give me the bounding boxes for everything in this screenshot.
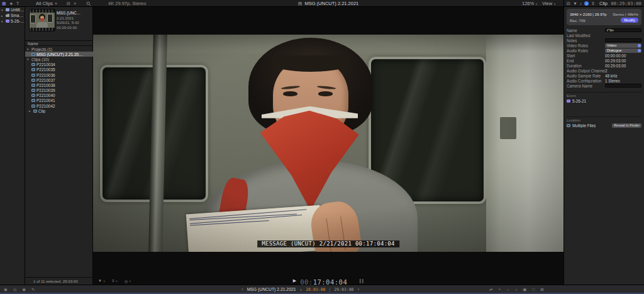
list-item[interactable]: P2210037 xyxy=(25,77,93,82)
list-item[interactable]: P2210036 xyxy=(25,72,93,77)
field-value[interactable]: 00:00:00:00 xyxy=(605,54,641,58)
clip-filter-dropdown[interactable]: All Clips × xyxy=(36,0,57,7)
user-outline-icon[interactable]: ◎ xyxy=(13,287,17,292)
field-label: Duration xyxy=(567,64,605,68)
view-dropdown[interactable]: View ∨ xyxy=(542,0,556,7)
loop-icon[interactable]: ∩ xyxy=(506,287,509,291)
sidebar-tab-group: ▦ ★ T xyxy=(2,0,19,7)
disclosure-triangle[interactable]: ▸ xyxy=(29,109,32,113)
sidebar-item[interactable]: ▾ 5-26-21 xyxy=(0,18,25,24)
library-item-icon xyxy=(6,14,9,17)
disclosure-triangle[interactable]: ▾ xyxy=(1,20,4,23)
sidebar-item[interactable]: ▾ Untitled xyxy=(0,7,25,13)
clear-filter-icon[interactable]: × xyxy=(55,0,57,7)
fullscreen-icon[interactable]: ⊠ xyxy=(540,287,543,292)
selected-clip-preview[interactable]: MSG (UNC… 2.21.2021 5/26/21, 5:42 00:29:… xyxy=(25,7,93,40)
field-value[interactable]: 48 kHz xyxy=(605,74,641,78)
event-row[interactable]: 5-26-21 xyxy=(567,98,641,104)
chevron-down-icon: ∨ xyxy=(103,280,105,283)
list-item[interactable]: ▾ Projects (1) xyxy=(25,47,93,52)
info-inspector: 3840 × 2160 | 29.97p Stereo | 48kHz Rec.… xyxy=(564,7,644,285)
field-value[interactable]: 00:29:03:00 xyxy=(605,64,641,68)
chevron-down-icon: ∨ xyxy=(535,2,538,6)
field-value[interactable]: 1 Stereo xyxy=(605,79,641,83)
list-item[interactable]: P2210039 xyxy=(25,88,93,93)
field-value[interactable]: Dialogue xyxy=(605,48,641,53)
inspector-clip-label: Clip xyxy=(599,1,608,6)
photos-audio-icon[interactable]: ★ xyxy=(9,0,13,7)
field-value[interactable]: Clip xyxy=(605,28,641,33)
field-value[interactable] xyxy=(605,84,641,88)
duration-popup[interactable]: ◎ ∨ xyxy=(125,279,131,283)
share-icon[interactable]: ⊼ xyxy=(591,0,594,7)
inspector-field-row: Last Modified xyxy=(567,33,641,38)
reveal-in-finder-button[interactable]: Reveal in Finder xyxy=(612,123,641,128)
list-item[interactable]: P2210038 xyxy=(25,82,93,88)
marker-icon[interactable]: ▼ xyxy=(573,0,577,7)
field-value[interactable]: 00:29:03:00 xyxy=(605,59,641,63)
audio-skim-icon[interactable]: ♪ xyxy=(515,287,517,291)
clip-icon xyxy=(31,105,35,108)
field-label: Audio Configuration xyxy=(567,79,605,83)
list-item[interactable]: P2210035 xyxy=(25,67,93,72)
zoom-level-dropdown[interactable]: 126% ∨ xyxy=(522,0,538,7)
field-value[interactable]: Video xyxy=(605,43,641,48)
audio-meters-icon[interactable] xyxy=(360,279,364,283)
list-view-icon[interactable]: ≡ xyxy=(74,0,76,7)
eye-left xyxy=(283,91,297,96)
disclosure-triangle[interactable]: ▾ xyxy=(27,47,30,51)
inspector-field-row: Audio Roles Dialogue xyxy=(567,48,641,53)
hair-fringe xyxy=(272,55,350,72)
sidebar-item[interactable]: ▸ Smart Coll… xyxy=(0,13,25,18)
filmstrip-view-icon[interactable]: ⊟ xyxy=(67,0,70,7)
location-section: Location Multiple Files Reveal in Finder xyxy=(567,116,641,128)
name-column-header[interactable]: Name xyxy=(25,40,93,46)
burned-in-timecode: MESSAGE (UNCUT) 2/21/2021 00:17:04:04 xyxy=(257,240,399,247)
field-value[interactable]: 2 xyxy=(605,69,641,73)
user-icon[interactable]: ◉ xyxy=(4,287,8,292)
list-item[interactable]: MSG (UNCUT) 2.21.20… xyxy=(25,52,93,57)
field-value[interactable] xyxy=(605,38,641,43)
disclosure-triangle[interactable]: ▸ xyxy=(1,14,4,18)
event-section: Event 5-26-21 xyxy=(567,92,641,104)
list-item[interactable]: P2210034 xyxy=(25,62,93,67)
edit-tool-icon[interactable]: ✎ xyxy=(31,287,35,292)
video-canvas[interactable]: MESSAGE (UNCUT) 2/21/2021 00:17:04:04 xyxy=(93,35,564,252)
chevron-down-icon[interactable]: ∨ xyxy=(299,288,302,291)
appearance-icon[interactable]: ▣ xyxy=(523,287,526,292)
audio-inspector-icon[interactable]: ♪ xyxy=(580,0,582,7)
libraries-icon[interactable]: ▦ xyxy=(2,0,6,7)
chevron-down-icon: ∨ xyxy=(116,280,118,283)
list-item[interactable]: ▾ Clips (10) xyxy=(25,57,93,62)
search-button[interactable] xyxy=(86,0,91,7)
inspector-field-row: Camera Name xyxy=(567,83,641,88)
back-icon[interactable]: ‹ xyxy=(242,286,243,292)
filmstrip-thumbnail[interactable] xyxy=(30,9,55,31)
skimming-icon[interactable]: ⇄ xyxy=(489,287,492,292)
titles-generators-icon[interactable]: T xyxy=(16,0,19,7)
list-item[interactable]: P2210042 xyxy=(25,103,93,108)
audio-format-info: Stereo | 48kHz xyxy=(613,12,638,16)
field-label: Audio Roles xyxy=(567,48,605,53)
snapping-icon[interactable]: + xyxy=(498,287,501,291)
field-label: Camera Name xyxy=(567,84,605,88)
forward-icon[interactable]: › xyxy=(357,286,359,292)
monitor-icon[interactable]: □ xyxy=(532,287,535,291)
timeline-project-name[interactable]: MSG (UNCUT) 2.21.2021 xyxy=(247,287,296,291)
play-button[interactable]: ▶ xyxy=(293,277,296,285)
zoom-level: 126% xyxy=(522,1,534,6)
list-item[interactable]: P2210041 xyxy=(25,98,93,103)
clip-name: P2210042 xyxy=(36,104,55,108)
list-item[interactable]: P2210040 xyxy=(25,93,93,98)
disclosure-triangle[interactable]: ▾ xyxy=(1,8,4,12)
filter-popup[interactable]: ▼ ∨ xyxy=(98,279,105,283)
info-inspector-icon[interactable]: i xyxy=(584,1,589,6)
disclosure-triangle[interactable]: ▾ xyxy=(27,57,30,61)
list-item[interactable]: ▸ Clip xyxy=(25,108,93,113)
workspace-icon[interactable]: ⊟ xyxy=(567,0,570,7)
modify-button[interactable]: Modify xyxy=(621,18,638,23)
library-item-icon xyxy=(6,8,9,11)
user-badge-icon[interactable]: ◉ xyxy=(22,287,26,292)
bottom-toolbar: ◉ ◎ ◉ ✎ ‹ MSG (UNCUT) 2.21.2021 ∨ 28:03:… xyxy=(0,285,644,294)
clip-appearance-popup[interactable]: ≡ ∨ xyxy=(112,279,118,283)
